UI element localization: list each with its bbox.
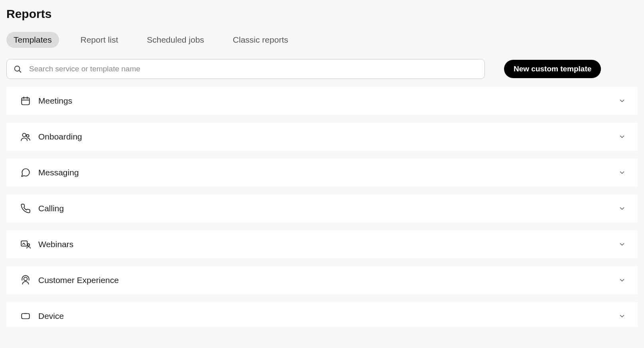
category-calling[interactable]: Calling bbox=[6, 195, 638, 222]
svg-rect-2 bbox=[22, 98, 30, 104]
search-box[interactable] bbox=[6, 59, 485, 79]
svg-point-6 bbox=[22, 133, 26, 137]
category-label: Device bbox=[38, 311, 618, 321]
category-meetings[interactable]: Meetings bbox=[6, 87, 638, 115]
phone-icon bbox=[20, 203, 31, 214]
tab-classic-reports[interactable]: Classic reports bbox=[226, 32, 295, 48]
category-label: Webinars bbox=[38, 240, 618, 249]
tabs-bar: Templates Report list Scheduled jobs Cla… bbox=[6, 32, 638, 48]
chevron-down-icon bbox=[618, 97, 626, 104]
category-onboarding[interactable]: Onboarding bbox=[6, 123, 638, 151]
search-input[interactable] bbox=[29, 65, 478, 73]
people-icon bbox=[20, 131, 31, 142]
chevron-down-icon bbox=[618, 241, 626, 248]
category-webinars[interactable]: Webinars bbox=[6, 230, 638, 258]
chevron-down-icon bbox=[618, 313, 626, 320]
chat-icon bbox=[20, 167, 31, 178]
tab-templates[interactable]: Templates bbox=[6, 32, 59, 48]
category-label: Messaging bbox=[38, 168, 618, 177]
category-label: Meetings bbox=[38, 96, 618, 106]
headset-person-icon bbox=[20, 275, 31, 286]
category-label: Calling bbox=[38, 204, 618, 213]
search-icon bbox=[13, 65, 22, 73]
category-label: Customer Experience bbox=[38, 275, 618, 285]
chevron-down-icon bbox=[618, 277, 626, 284]
category-customer-experience[interactable]: Customer Experience bbox=[6, 266, 638, 294]
svg-point-7 bbox=[26, 135, 29, 138]
webinar-icon bbox=[20, 239, 31, 250]
categories-list[interactable]: Meetings Onboarding bbox=[6, 87, 638, 327]
search-row: New custom template bbox=[6, 59, 638, 79]
device-icon bbox=[20, 311, 31, 322]
category-label: Onboarding bbox=[38, 132, 618, 142]
category-device[interactable]: Device bbox=[6, 302, 638, 327]
chevron-down-icon bbox=[618, 205, 626, 212]
category-messaging[interactable]: Messaging bbox=[6, 159, 638, 187]
page-title: Reports bbox=[6, 7, 638, 21]
svg-line-1 bbox=[19, 71, 21, 72]
svg-point-10 bbox=[24, 277, 28, 281]
chevron-down-icon bbox=[618, 133, 626, 140]
chevron-down-icon bbox=[618, 169, 626, 176]
new-custom-template-button[interactable]: New custom template bbox=[504, 60, 601, 78]
tab-scheduled-jobs[interactable]: Scheduled jobs bbox=[140, 32, 211, 48]
svg-rect-11 bbox=[22, 314, 30, 319]
svg-point-9 bbox=[28, 244, 30, 246]
tab-report-list[interactable]: Report list bbox=[73, 32, 126, 48]
calendar-icon bbox=[20, 95, 31, 106]
